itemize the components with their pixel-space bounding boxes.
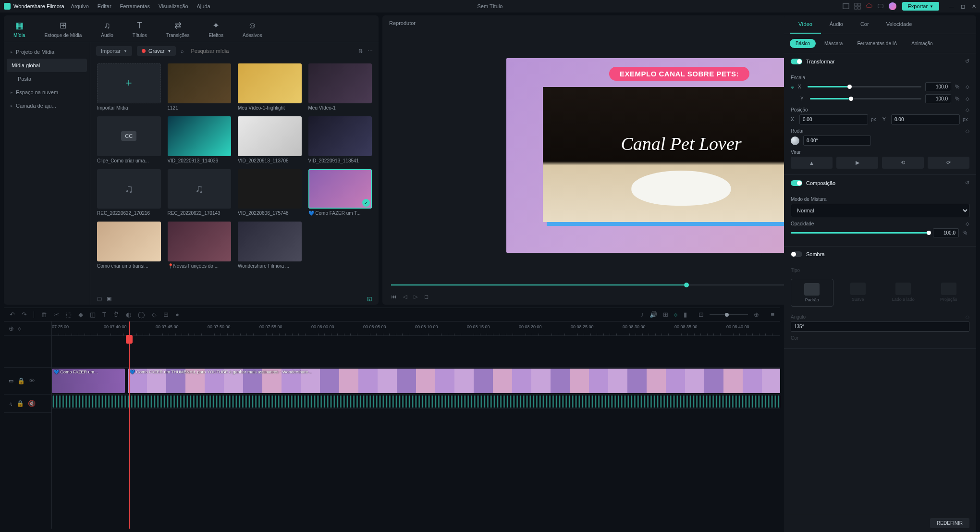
tl-delete-icon[interactable]: 🗑 <box>41 311 47 318</box>
position-y-input[interactable] <box>891 114 960 124</box>
composite-toggle[interactable] <box>791 180 802 186</box>
audio-mute-icon[interactable]: 🔇 <box>28 400 36 407</box>
redefine-button[interactable]: REDEFINIR <box>930 518 969 528</box>
media-item-7[interactable]: VID_20220913_113541 <box>308 116 372 163</box>
tl-marker-icon[interactable]: ◆ <box>78 311 83 318</box>
tl-zoomin-icon[interactable]: ⊕ <box>754 311 759 318</box>
tl-text-icon[interactable]: T <box>102 311 106 318</box>
position-keyframe-icon[interactable]: ◇ <box>966 107 969 112</box>
sidebar-folder[interactable]: Pasta <box>4 72 90 86</box>
media-item-2[interactable]: Meu Vídeo-1-highlight <box>238 63 302 111</box>
search-input[interactable] <box>187 46 354 56</box>
tl-keyframe-icon[interactable]: ◇ <box>152 311 157 318</box>
shadow-toggle[interactable] <box>791 251 802 257</box>
tab-stock[interactable]: ⊞Estoque de Mídia <box>44 20 82 38</box>
clip-1[interactable]: 💙 Como FAZER um... <box>52 369 125 393</box>
flip-horizontal-button[interactable]: ▲ <box>791 157 833 169</box>
cloud-icon[interactable] <box>866 3 872 10</box>
scale-y-keyframe-icon[interactable]: ◇ <box>966 96 969 101</box>
list-view-icon[interactable]: ◱ <box>367 296 372 302</box>
zoom-slider[interactable] <box>710 314 748 315</box>
media-item-0[interactable]: +Importar Mídia <box>97 63 161 111</box>
tl-crop2-icon[interactable]: ◫ <box>90 311 96 318</box>
menu-view[interactable]: Visualização <box>159 3 188 9</box>
tl-split-icon[interactable]: ✂ <box>54 311 59 318</box>
sidebar-cloud[interactable]: ▸Espaço na nuvem <box>4 86 90 99</box>
export-button[interactable]: Exportar▼ <box>902 2 940 11</box>
filter-icon[interactable]: ⇅ <box>358 48 363 54</box>
timeline-ruler[interactable]: 07:25:0000:07:40:0000:07:45:0000:07:50:0… <box>52 322 780 336</box>
media-item-5[interactable]: VID_20220913_114036 <box>168 116 232 163</box>
composite-reset-icon[interactable]: ↺ <box>965 180 969 186</box>
inspector-tab-color[interactable]: Cor <box>852 15 878 34</box>
tl-settings-icon[interactable]: ≡ <box>771 311 774 318</box>
import-dropdown[interactable]: Importar▼ <box>96 46 132 56</box>
tl-marker2-icon[interactable]: ▮ <box>684 311 687 318</box>
flip-vertical-button[interactable]: ▶ <box>836 157 878 169</box>
media-item-4[interactable]: TCCClipe_Como criar uma... <box>97 116 161 163</box>
tl-volume-icon[interactable]: 🔊 <box>649 311 657 318</box>
media-item-11[interactable]: ✓💙 Como FAZER um T... <box>308 169 372 216</box>
sidebar-adjustment[interactable]: ▸Camada de aju... <box>4 99 90 112</box>
media-item-6[interactable]: VID_20220913_113708 <box>238 116 302 163</box>
tab-effects[interactable]: ✦Efeitos <box>208 20 223 38</box>
track-add-icon[interactable]: ⊕ <box>9 325 14 332</box>
media-item-8[interactable]: ♫REC_20220622_170216 <box>97 169 161 216</box>
maximize-button[interactable]: ◻ <box>961 3 965 10</box>
media-item-3[interactable]: Meu Vídeo-1 <box>308 63 372 111</box>
subtab-animation[interactable]: Animação <box>906 39 938 48</box>
opacity-slider[interactable] <box>791 232 929 234</box>
prev-frame-icon[interactable]: ⏮ <box>391 294 396 300</box>
menu-file[interactable]: Arquivo <box>71 3 89 9</box>
scale-x-slider[interactable] <box>808 86 921 87</box>
tl-record-icon[interactable]: ● <box>175 311 179 318</box>
close-button[interactable]: ✕ <box>972 3 976 10</box>
subtab-basic[interactable]: Básico <box>790 39 816 48</box>
tl-snap-icon[interactable]: ⊞ <box>663 311 668 318</box>
tl-chroma-icon[interactable]: ◯ <box>138 311 145 318</box>
scale-x-keyframe-icon[interactable]: ◇ <box>966 84 969 89</box>
shadow-type-side[interactable]: Lado a lado <box>882 279 924 307</box>
subtab-ai-tools[interactable]: Ferramentas de IA <box>851 39 903 48</box>
scale-y-slider[interactable] <box>810 98 921 99</box>
new-folder-icon[interactable]: ▣ <box>107 296 111 302</box>
shadow-angle-input[interactable] <box>791 322 969 332</box>
subtab-mask[interactable]: Máscara <box>819 39 848 48</box>
rotate-keyframe-icon[interactable]: ◇ <box>966 128 969 134</box>
step-back-icon[interactable]: ◁ <box>403 294 407 300</box>
scale-y-input[interactable] <box>925 94 951 103</box>
transform-header[interactable]: Transformar ↺ <box>784 53 976 69</box>
rotate-dial[interactable] <box>791 136 799 145</box>
more-icon[interactable]: ⋯ <box>368 48 373 54</box>
clip-2[interactable]: 💙 Como FAZER um THUMBNAIL para YOUTUBE e… <box>128 369 780 393</box>
track-lock-icon[interactable]: 🔒 <box>17 377 25 384</box>
track-visible-icon[interactable]: 👁 <box>29 377 35 384</box>
tab-audio[interactable]: ♫Áudio <box>101 20 113 38</box>
inspector-tab-video[interactable]: Vídeo <box>790 15 821 34</box>
audio-waveform-track[interactable] <box>52 395 780 409</box>
media-item-1[interactable]: 1121 <box>168 63 232 111</box>
inspector-tab-audio[interactable]: Áudio <box>821 15 852 34</box>
tab-media[interactable]: ▦Mídia <box>13 20 25 38</box>
tl-mixer-icon[interactable]: ♪ <box>641 311 644 318</box>
tl-crop-icon[interactable]: ⬚ <box>66 311 72 318</box>
tl-zoomfit-icon[interactable]: ⊡ <box>698 311 704 318</box>
audio-lock-icon[interactable]: 🔒 <box>16 400 24 407</box>
tab-stickers[interactable]: ☺Adesivos <box>243 20 262 38</box>
menu-help[interactable]: Ajuda <box>197 3 210 9</box>
message-icon[interactable] <box>877 3 884 10</box>
grid-icon[interactable] <box>854 3 861 10</box>
flip-reset-button[interactable]: ⟳ <box>928 157 969 169</box>
tl-undo-icon[interactable]: ↶ <box>10 311 15 318</box>
transform-reset-icon[interactable]: ↺ <box>965 58 969 64</box>
tl-speed-icon[interactable]: ⏱ <box>113 311 119 318</box>
minimize-button[interactable]: — <box>949 3 954 10</box>
audio-track-2[interactable] <box>52 409 780 427</box>
tab-titles[interactable]: TTítulos <box>133 20 147 38</box>
scale-x-input[interactable] <box>925 82 951 91</box>
inspector-tab-speed[interactable]: Velocidade <box>878 15 921 34</box>
tl-color-icon[interactable]: ◐ <box>126 311 131 318</box>
menu-edit[interactable]: Editar <box>98 3 111 9</box>
menu-tools[interactable]: Ferramentas <box>120 3 150 9</box>
folder-icon[interactable]: ▢ <box>97 296 102 302</box>
